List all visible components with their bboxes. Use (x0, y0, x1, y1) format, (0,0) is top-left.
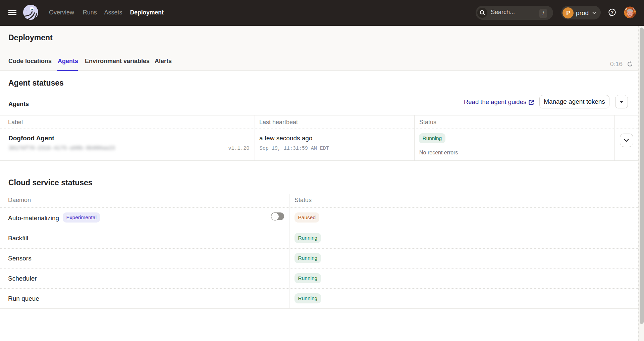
svg-text:?: ? (611, 10, 614, 15)
